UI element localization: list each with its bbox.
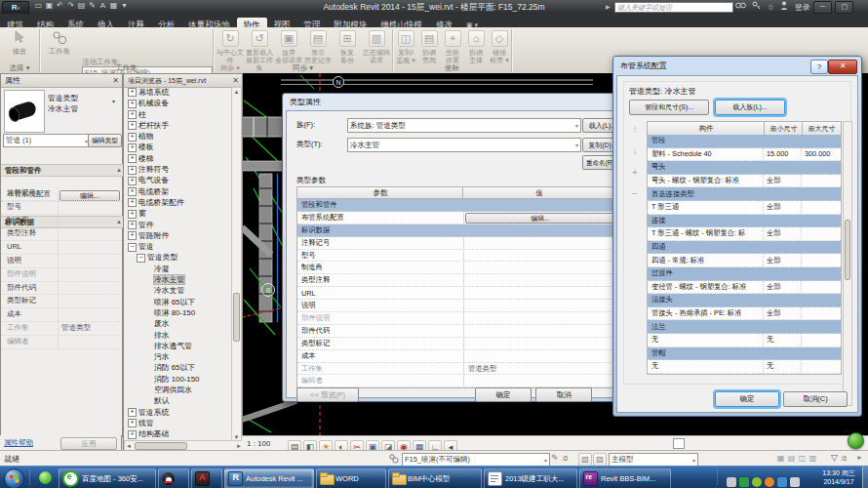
restore-backup-button[interactable]: ⊞恢复备份 — [334, 30, 361, 64]
task-bim-folder[interactable]: BIM中心模型 — [388, 468, 482, 488]
subscription-key-icon[interactable] — [752, 1, 761, 13]
undo-icon[interactable]: ↶ — [55, 0, 65, 12]
param-row-部件说明[interactable]: 部件说明 — [297, 312, 617, 325]
component-row-无[interactable]: 无无 — [648, 334, 841, 347]
editable-only-icon[interactable]: ▦ — [775, 453, 786, 464]
expand-icon[interactable]: + — [128, 133, 137, 142]
relinquish-all-button[interactable]: ▣放弃全部请求 — [275, 30, 302, 64]
property-row-说明[interactable]: 说明 — [1, 255, 122, 268]
tree-item-楼梯[interactable]: +楼梯 — [124, 153, 231, 164]
tree-item-线管[interactable]: +线管 — [124, 418, 231, 428]
dialog-close-button[interactable]: ✕ — [828, 60, 857, 74]
tray-volume-icon[interactable] — [790, 477, 800, 487]
property-row-URL[interactable]: URL — [1, 241, 122, 255]
worksets-button[interactable]: 工作集 — [43, 30, 76, 57]
maximize-button[interactable]: ▢ — [835, 1, 853, 14]
tree-item-冷凝[interactable]: 冷凝 — [124, 264, 231, 274]
tree-item-机械设备[interactable]: +机械设备 — [124, 98, 231, 108]
tree-item-注释符号[interactable]: +注释符号 — [124, 164, 231, 175]
expand-icon[interactable]: + — [128, 121, 137, 130]
ok-button[interactable]: 确定 — [475, 387, 532, 402]
tree-item-管道类型[interactable]: −管道类型 — [124, 252, 231, 263]
property-row-部件代码[interactable]: 部件代码 — [1, 282, 122, 296]
panel-label-select[interactable]: 选择 ▾ — [0, 63, 39, 73]
property-row-类型标记[interactable]: 类型标记 — [1, 295, 122, 308]
tree-item-废水[interactable]: 废水 — [124, 318, 231, 329]
param-row-注释记号[interactable]: 注释记号 — [297, 237, 617, 250]
preview-button[interactable]: << 预览(P) — [296, 387, 359, 402]
tree-item-管道[interactable]: −管道 — [124, 241, 231, 252]
column-parameter[interactable]: 参数 — [296, 186, 464, 199]
expand-icon[interactable]: + — [128, 187, 137, 196]
tray-sync-icon[interactable] — [777, 477, 787, 487]
statusbar-workset-dropdown[interactable]: F15_喷淋(不可编辑)▾ — [402, 453, 550, 467]
expand-icon[interactable]: + — [128, 143, 137, 152]
type-selector-arrow-icon[interactable]: ▾ — [112, 98, 115, 104]
close-browser-icon[interactable]: ✕ — [232, 74, 239, 87]
worksets-toggle-icon[interactable]: ▧ — [578, 453, 592, 467]
param-row-编辑者[interactable]: 编辑者 — [297, 375, 617, 387]
sign-in-user-icon[interactable] — [780, 1, 788, 13]
apply-button[interactable]: 应用 — [60, 437, 117, 450]
property-row-制造商[interactable]: 制造商 — [1, 215, 122, 228]
collapse-icon[interactable]: − — [128, 243, 137, 252]
column-value[interactable]: 值 — [462, 186, 616, 199]
tree-item-幕墙系统[interactable]: +幕墙系统 — [124, 87, 231, 98]
interference-check-button[interactable]: ◇碰撞检查 ▾ — [489, 30, 510, 64]
tree-item-喷淋 80-150[interactable]: 喷淋 80-150 — [124, 307, 231, 318]
tree-item-消防 100-150[interactable]: 消防 100-150 — [124, 374, 231, 385]
design-option-dropdown[interactable]: 主模型▾ — [609, 453, 698, 467]
type-dropdown[interactable]: 冷水主管▾ — [347, 138, 581, 152]
dialog-help-button[interactable]: ? — [810, 60, 828, 74]
column-component[interactable]: 构件 — [647, 121, 766, 136]
component-row-四通 - 常规: 标准[interactable]: 四通 - 常规: 标准全部 — [648, 254, 841, 267]
move-row-up-icon[interactable]: ↑ — [627, 123, 643, 139]
section-segments-fittings[interactable]: 管段和管件▲ — [1, 164, 126, 177]
property-row-部件说明[interactable]: 部件说明 — [1, 268, 122, 282]
application-menu-button[interactable]: R▾ — [2, 1, 29, 15]
print-icon[interactable]: ▤ — [76, 0, 87, 12]
component-row-T 形三通 - 螺纹 - 钢塑复合: 标[interactable]: T 形三通 - 螺纹 - 钢塑复合: 标全部 — [648, 227, 841, 241]
component-row-变径管 - 螺纹 - 钢塑复合: 标准[interactable]: 变径管 - 螺纹 - 钢塑复合: 标准全部 — [648, 281, 841, 295]
redo-icon[interactable]: ↷ — [65, 0, 76, 12]
edit-routing-preferences-button[interactable]: 编辑... — [465, 213, 615, 224]
component-row-管接头 - 热熔承插 - PE: 标准[interactable]: 管接头 - 热熔承插 - PE: 标准全部 — [648, 307, 841, 321]
cancel-button[interactable]: 取消 — [535, 387, 592, 402]
tree-item-冷水主管[interactable]: 冷水主管 — [124, 274, 231, 285]
tree-item-电缆桥架配件[interactable]: +电缆桥架配件 — [124, 197, 231, 208]
search-icon[interactable] — [735, 1, 746, 13]
scroll-up-icon[interactable]: ▲ — [232, 88, 241, 96]
tree-item-冷水支管[interactable]: 冷水支管 — [124, 285, 231, 296]
favorites-star-icon[interactable]: ☆ — [768, 2, 774, 14]
tray-user-icon[interactable] — [765, 477, 774, 487]
search-expand-arrow-icon[interactable]: ▶ — [606, 3, 611, 10]
open-icon[interactable]: ▭ — [33, 0, 44, 12]
start-button[interactable] — [4, 468, 24, 488]
modify-pencil-icon[interactable]: ✎ — [87, 0, 98, 12]
tree-item-排水透气管[interactable]: 排水透气管 — [124, 341, 231, 351]
task-revit-bbs[interactable]: reRevit BBS-BIM... — [579, 468, 671, 488]
property-row-型号[interactable]: 型号 — [1, 201, 122, 215]
task-qq[interactable] — [158, 468, 189, 488]
customize-qat-icon[interactable]: ▾ — [119, 0, 130, 12]
family-dropdown[interactable]: 系统族: 管道类型▾ — [347, 118, 581, 133]
tree-item-消防 65以下[interactable]: 消防 65以下 — [124, 362, 231, 373]
property-row-注释记号[interactable]: 注释记号 — [1, 187, 122, 201]
pinned-360-icon[interactable] — [39, 471, 52, 484]
tray-printer-icon[interactable] — [727, 477, 736, 487]
tree-item-栏杆扶手[interactable]: +栏杆扶手 — [124, 120, 231, 131]
expand-icon[interactable]: + — [128, 430, 137, 439]
expand-icon[interactable]: + — [128, 154, 137, 163]
close-properties-icon[interactable]: ✕ — [112, 74, 119, 87]
filter-icon[interactable]: ▽ — [831, 453, 838, 463]
scrollbar-thumb[interactable] — [845, 220, 850, 280]
tree-item-窗[interactable]: +窗 — [124, 208, 231, 219]
component-row-无[interactable]: 无无 — [648, 360, 841, 374]
panel-label-worksets[interactable]: 工作集 — [40, 63, 213, 73]
view-scale[interactable]: 1 : 100 — [247, 439, 270, 448]
text-icon[interactable]: A — [98, 0, 108, 12]
tree-item-排水[interactable]: 排水 — [124, 330, 231, 341]
expand-icon[interactable]: + — [128, 110, 137, 119]
tree-item-空调供回水[interactable]: 空调供回水 — [124, 385, 231, 395]
expand-icon[interactable]: + — [128, 231, 137, 240]
